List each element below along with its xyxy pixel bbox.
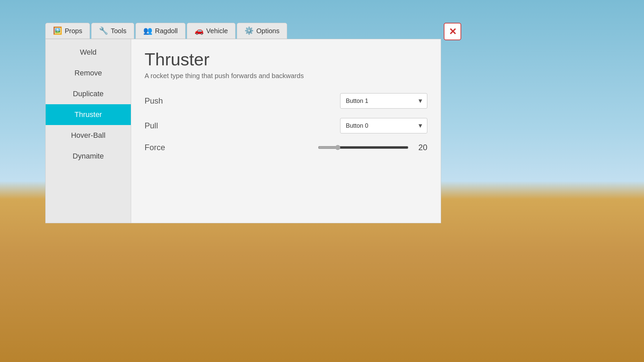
main-content: Thruster A rocket type thing that push f… xyxy=(131,39,441,223)
tab-tools[interactable]: 🔧 Tools xyxy=(91,23,134,39)
sidebar-item-dynamite-label: Dynamite xyxy=(73,152,104,161)
force-control-row: Force 20 xyxy=(145,143,427,152)
force-value: 20 xyxy=(414,143,427,152)
push-dropdown-wrapper: Button 0 Button 1 Button 2 Button 3 Butt… xyxy=(340,93,427,109)
tab-options-label: Options xyxy=(256,27,279,35)
push-control-row: Push Button 0 Button 1 Button 2 Button 3… xyxy=(145,93,427,109)
sidebar-item-duplicate-label: Duplicate xyxy=(73,89,104,98)
tab-vehicle[interactable]: 🚗 Vehicle xyxy=(187,23,236,39)
tools-icon: 🔧 xyxy=(99,26,108,35)
tool-description: A rocket type thing that push forwards a… xyxy=(145,72,427,80)
sidebar-item-remove[interactable]: Remove xyxy=(46,63,131,83)
sidebar-item-duplicate[interactable]: Duplicate xyxy=(46,83,131,104)
sidebar: Weld Remove Duplicate Thruster Hover-Bal… xyxy=(46,39,131,223)
ui-panel: 🖼️ Props 🔧 Tools 👥 Ragdoll 🚗 Vehicle ⚙️ … xyxy=(45,23,441,223)
sidebar-item-dynamite[interactable]: Dynamite xyxy=(46,146,131,167)
force-slider[interactable] xyxy=(318,146,409,149)
pull-dropdown-wrapper: Button 0 Button 1 Button 2 Button 3 Butt… xyxy=(340,118,427,133)
pull-label: Pull xyxy=(145,121,212,130)
sidebar-item-remove-label: Remove xyxy=(74,69,102,77)
sidebar-item-weld[interactable]: Weld xyxy=(46,42,131,63)
tab-bar: 🖼️ Props 🔧 Tools 👥 Ragdoll 🚗 Vehicle ⚙️ … xyxy=(45,23,288,39)
tab-ragdoll[interactable]: 👥 Ragdoll xyxy=(136,23,185,39)
tab-options[interactable]: ⚙️ Options xyxy=(237,23,287,39)
options-icon: ⚙️ xyxy=(245,26,254,35)
vehicle-icon: 🚗 xyxy=(195,26,204,35)
tab-ragdoll-label: Ragdoll xyxy=(155,27,178,35)
ragdoll-icon: 👥 xyxy=(143,26,152,35)
props-icon: 🖼️ xyxy=(53,26,62,35)
tool-title: Thruster xyxy=(145,49,427,69)
push-label: Push xyxy=(145,96,212,106)
tab-vehicle-label: Vehicle xyxy=(206,27,228,35)
pull-dropdown[interactable]: Button 0 Button 1 Button 2 Button 3 Butt… xyxy=(340,118,427,133)
sidebar-item-weld-label: Weld xyxy=(80,48,97,57)
tab-tools-label: Tools xyxy=(111,27,126,35)
push-dropdown[interactable]: Button 0 Button 1 Button 2 Button 3 Butt… xyxy=(340,93,427,109)
content-area: Weld Remove Duplicate Thruster Hover-Bal… xyxy=(45,39,441,223)
force-slider-wrapper: 20 xyxy=(318,143,427,152)
sidebar-item-thruster-label: Thruster xyxy=(74,110,102,119)
tab-props-label: Props xyxy=(65,27,82,35)
sidebar-item-hover-ball[interactable]: Hover-Ball xyxy=(46,125,131,146)
close-button[interactable]: ✕ xyxy=(444,23,461,40)
sidebar-item-thruster[interactable]: Thruster xyxy=(46,104,131,125)
force-label: Force xyxy=(145,143,212,152)
sidebar-item-hover-ball-label: Hover-Ball xyxy=(71,131,106,140)
close-icon: ✕ xyxy=(449,26,457,37)
pull-control-row: Pull Button 0 Button 1 Button 2 Button 3… xyxy=(145,118,427,133)
tab-props[interactable]: 🖼️ Props xyxy=(45,23,90,39)
